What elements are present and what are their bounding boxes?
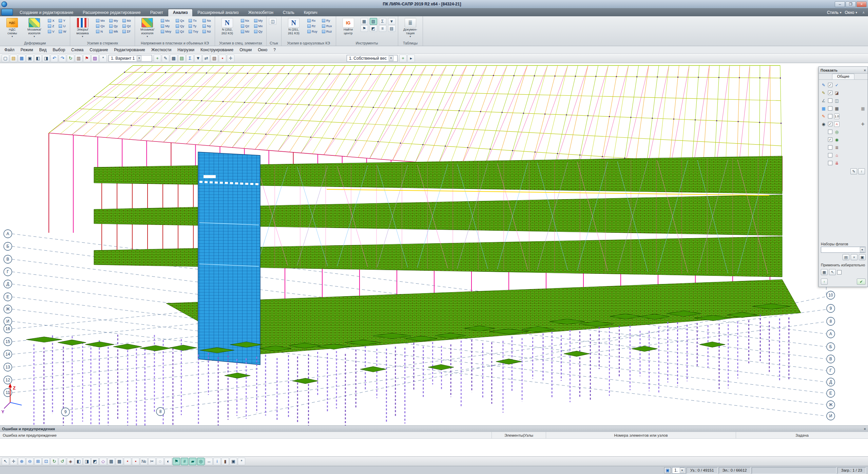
flagset-new-button[interactable]: ▤ — [843, 254, 849, 260]
apply-table-button[interactable]: ▦ — [821, 269, 828, 275]
front-view-icon[interactable]: ◧ — [75, 458, 82, 465]
invert-icon[interactable]: ◐ — [165, 458, 172, 465]
scale-value[interactable]: 1.0 — [834, 114, 840, 119]
book-icon[interactable]: ▥ — [75, 55, 82, 62]
window-menu[interactable]: Окно▾ — [845, 10, 857, 15]
green-sphere2-icon[interactable]: ◉ — [834, 137, 840, 143]
mini-button-qy[interactable]: Qy — [108, 23, 119, 29]
copy-icon[interactable]: ◧ — [34, 55, 42, 62]
tab-advanced-edit[interactable]: Расширенное редактирование — [78, 9, 146, 16]
green-sphere-icon[interactable]: ◎ — [834, 129, 840, 135]
special-elements-forces-button[interactable]: NN (252,262 КЭ) — [217, 17, 238, 36]
style-menu[interactable]: Стиль▾ — [827, 10, 842, 15]
close-button[interactable]: × — [856, 1, 867, 7]
mini-button-ty[interactable]: Ty — [187, 23, 199, 29]
status-mode-icon[interactable]: ▣ — [664, 467, 671, 473]
mini-button-nx[interactable]: Nx — [201, 18, 212, 23]
sum-icon[interactable]: Σ — [186, 55, 194, 62]
save-icon[interactable]: ▦ — [18, 55, 25, 62]
mini-button-qy[interactable]: Qy — [174, 23, 186, 29]
zoom-fit-icon[interactable]: ⊡ — [42, 458, 50, 465]
mosaic-mini-icon[interactable]: ▦ — [821, 106, 826, 111]
box-icon[interactable]: ▧ — [211, 55, 218, 62]
draw-pencil-icon[interactable]: ✎ — [821, 90, 826, 96]
wireframe-icon[interactable]: ▦ — [108, 458, 115, 465]
fragment-icon[interactable]: ✂ — [148, 458, 156, 465]
errors-close-icon[interactable]: × — [864, 427, 866, 431]
measure-icon[interactable]: ↔ — [205, 458, 213, 465]
model-viewport[interactable]: АБВГДЕЖИ161514131211981098АБВГДЕЖИZY Пок… — [0, 63, 868, 425]
solid-view-icon[interactable]: ◪ — [834, 90, 840, 96]
row-checkbox[interactable]: ✓ — [828, 91, 832, 95]
print-icon[interactable]: ▣ — [26, 55, 34, 62]
new-file-icon[interactable]: ▢ — [2, 55, 9, 62]
flags-icon[interactable]: ⚑ — [173, 458, 180, 465]
row-checkbox[interactable] — [828, 106, 832, 111]
app-menu-button[interactable] — [1, 9, 13, 16]
row-checkbox[interactable] — [828, 130, 832, 134]
axis-icon[interactable]: ✛ — [227, 55, 234, 62]
legend-icon[interactable]: ▮ — [221, 458, 229, 465]
mini-button-w[interactable]: W — [57, 29, 67, 34]
mini-button-mx[interactable]: Mx — [253, 23, 264, 29]
edit-variant-icon[interactable]: ✎ — [162, 55, 169, 62]
info-icon[interactable]: i — [213, 458, 221, 465]
flag-icon[interactable]: ⚑ — [83, 55, 91, 62]
mini-button-f[interactable]: ΣF — [121, 29, 133, 34]
numbers-icon[interactable]: № — [140, 458, 148, 465]
sum-tool-icon[interactable]: Σ — [379, 18, 386, 25]
pointer-icon[interactable]: ↖ — [2, 458, 9, 465]
local-axes-icon[interactable]: ∠ — [821, 98, 826, 103]
menu-view[interactable]: Вид — [36, 48, 50, 52]
options-icon[interactable]: * — [99, 55, 107, 62]
mini-button-x[interactable]: X — [46, 18, 56, 23]
tab-analysis[interactable]: Анализ — [168, 9, 193, 16]
settings-icon[interactable]: * — [238, 458, 245, 465]
stairs-icon[interactable]: ≣ — [834, 145, 840, 150]
panel-tool-icon[interactable]: ▤ — [388, 25, 396, 32]
row-checkbox[interactable]: ✓ — [828, 137, 832, 142]
menu-loads[interactable]: Нагрузки — [174, 48, 197, 52]
mini-button-n[interactable]: N — [95, 29, 106, 34]
mini-button-mx[interactable]: Mx — [95, 18, 106, 23]
triad-icon[interactable]: ✛ — [860, 121, 866, 127]
menu-stiffness[interactable]: Жесткости — [148, 48, 174, 52]
tab-create-edit[interactable]: Создание и редактирование — [15, 9, 78, 16]
zoom-in-icon[interactable]: ⊕ — [18, 458, 25, 465]
pan-icon[interactable]: ✛ — [10, 458, 17, 465]
menu-help[interactable]: ? — [270, 48, 279, 52]
row-checkbox[interactable] — [828, 145, 832, 150]
refresh-icon[interactable]: ↻ — [67, 55, 74, 62]
menu-create[interactable]: Создание — [86, 48, 111, 52]
mini-button-rux[interactable]: Rux — [321, 23, 333, 29]
mesh-grid-icon[interactable]: ▦ — [834, 106, 840, 111]
loadcase-combo[interactable]: 1. Собственный вес▼ — [347, 55, 398, 62]
plates-mosaic-button[interactable]: Мозаика/изополя▾ — [137, 17, 158, 38]
mini-button-ruz[interactable]: Ruz — [321, 29, 333, 34]
menu-edit[interactable]: Редактирование — [111, 48, 148, 52]
joint-button[interactable]: ◫ — [269, 18, 276, 25]
mini-button-qz[interactable]: Qz — [174, 29, 186, 34]
calc-tool-icon[interactable]: ≡ — [379, 25, 386, 32]
find-center-button[interactable]: IGНайтицентр — [338, 17, 359, 36]
add-loadcase-icon[interactable]: + — [399, 55, 407, 62]
mosaic-isofields-button[interactable]: Мозаика/изополя▾ — [24, 17, 45, 38]
menu-options[interactable]: Опции — [236, 48, 255, 52]
house-icon[interactable]: ⌂ — [834, 153, 840, 158]
tab-general[interactable]: Общие — [832, 74, 854, 79]
show-elements-icon[interactable]: ▪ — [132, 458, 139, 465]
mini-button-mxy[interactable]: Mxy — [159, 29, 172, 34]
draw-scheme-icon[interactable]: ✎ — [821, 82, 826, 88]
row-checkbox[interactable] — [828, 114, 832, 118]
mini-button-my[interactable]: My — [253, 18, 264, 23]
mini-button-mk[interactable]: Mk — [108, 29, 119, 34]
menu-file[interactable]: Файл — [1, 48, 18, 52]
next-loadcase-icon[interactable]: ▸ — [407, 55, 415, 62]
letter-a-icon[interactable]: А — [834, 121, 840, 127]
status-combo[interactable]: 1.▼ — [672, 467, 686, 474]
mini-button-tx[interactable]: Tx — [187, 18, 199, 23]
row-checkbox[interactable] — [828, 98, 832, 103]
rotate-icon[interactable]: ↻ — [51, 458, 58, 465]
eye-icon[interactable]: ◉ — [821, 121, 826, 127]
menu-mode[interactable]: Режим — [18, 48, 36, 52]
